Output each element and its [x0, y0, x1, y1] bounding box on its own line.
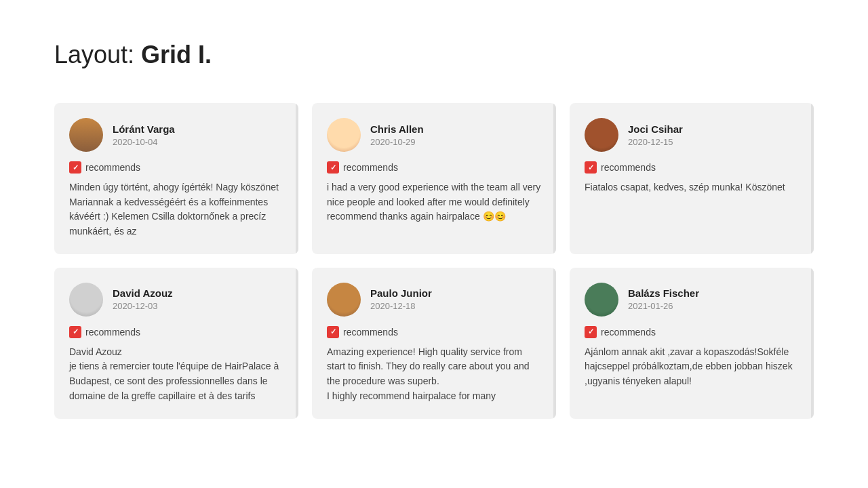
card-header: Balázs Fischer 2021-01-26 — [585, 283, 799, 317]
user-info: Lóránt Varga 2020-10-04 — [113, 123, 175, 147]
recommends-icon — [69, 161, 81, 174]
user-name: Joci Csihar — [628, 123, 683, 135]
page-container: Layout: Grid I. Lóránt Varga 2020-10-04 … — [0, 0, 868, 460]
recommends-icon — [585, 161, 597, 174]
avatar — [585, 283, 618, 317]
user-info: Balázs Fischer 2021-01-26 — [628, 287, 699, 311]
recommends-icon — [327, 326, 339, 338]
user-info: Chris Allen 2020-10-29 — [370, 123, 424, 147]
recommends-row: recommends — [327, 161, 541, 174]
user-name: Balázs Fischer — [628, 287, 699, 299]
review-card: Paulo Junior 2020-12-18 recommends Amazi… — [312, 268, 556, 419]
recommends-row: recommends — [327, 326, 541, 338]
avatar — [585, 118, 618, 152]
avatar — [69, 118, 103, 152]
recommends-label: recommends — [343, 162, 398, 173]
avatar — [327, 118, 361, 152]
review-text: i had a very good experience with the te… — [327, 180, 541, 224]
recommends-icon — [69, 326, 81, 338]
reviews-grid: Lóránt Varga 2020-10-04 recommends Minde… — [54, 103, 814, 419]
recommends-row: recommends — [585, 161, 799, 174]
review-text: Minden úgy történt, ahogy ígérték! Nagy … — [69, 180, 283, 239]
review-text: Fiatalos csapat, kedves, szép munka! Kös… — [585, 180, 799, 195]
recommends-label: recommends — [601, 327, 656, 338]
user-name: David Azouz — [113, 287, 173, 299]
review-card: Joci Csihar 2020-12-15 recommends Fiatal… — [570, 103, 814, 254]
card-divider — [296, 268, 298, 419]
recommends-label: recommends — [85, 162, 140, 173]
avatar — [69, 283, 103, 317]
card-header: Lóránt Varga 2020-10-04 — [69, 118, 283, 152]
card-header: Paulo Junior 2020-12-18 — [327, 283, 541, 317]
card-divider — [553, 268, 556, 419]
review-card: Lóránt Varga 2020-10-04 recommends Minde… — [54, 103, 298, 254]
recommends-label: recommends — [601, 162, 656, 173]
user-info: David Azouz 2020-12-03 — [113, 287, 173, 311]
review-card: Chris Allen 2020-10-29 recommends i had … — [312, 103, 556, 254]
page-title: Layout: Grid I. — [54, 41, 814, 69]
card-header: Joci Csihar 2020-12-15 — [585, 118, 799, 152]
user-info: Joci Csihar 2020-12-15 — [628, 123, 683, 147]
review-text: Ajánlom annak akit ,zavar a kopaszodás!S… — [585, 345, 799, 389]
user-date: 2020-12-03 — [113, 301, 173, 311]
card-divider — [811, 268, 814, 419]
user-name: Lóránt Varga — [113, 123, 175, 135]
card-header: David Azouz 2020-12-03 — [69, 283, 283, 317]
user-name: Paulo Junior — [370, 287, 432, 299]
recommends-icon — [327, 161, 339, 174]
avatar — [327, 283, 361, 317]
user-name: Chris Allen — [370, 123, 424, 135]
recommends-row: recommends — [585, 326, 799, 338]
user-date: 2020-12-15 — [628, 137, 683, 147]
user-info: Paulo Junior 2020-12-18 — [370, 287, 432, 311]
review-card: David Azouz 2020-12-03 recommends David … — [54, 268, 298, 419]
user-date: 2020-10-04 — [113, 137, 175, 147]
recommends-row: recommends — [69, 161, 283, 174]
card-divider — [553, 103, 556, 254]
review-text: David Azouzje tiens à remercier toute l'… — [69, 345, 283, 404]
user-date: 2020-12-18 — [370, 301, 432, 311]
review-card: Balázs Fischer 2021-01-26 recommends Ajá… — [570, 268, 814, 419]
card-header: Chris Allen 2020-10-29 — [327, 118, 541, 152]
recommends-row: recommends — [69, 326, 283, 338]
user-date: 2020-10-29 — [370, 137, 424, 147]
recommends-label: recommends — [85, 327, 140, 338]
card-divider — [811, 103, 814, 254]
user-date: 2021-01-26 — [628, 301, 699, 311]
review-text: Amazing experience! High quality service… — [327, 345, 541, 404]
recommends-icon — [585, 326, 597, 338]
recommends-label: recommends — [343, 327, 398, 338]
card-divider — [296, 103, 298, 254]
